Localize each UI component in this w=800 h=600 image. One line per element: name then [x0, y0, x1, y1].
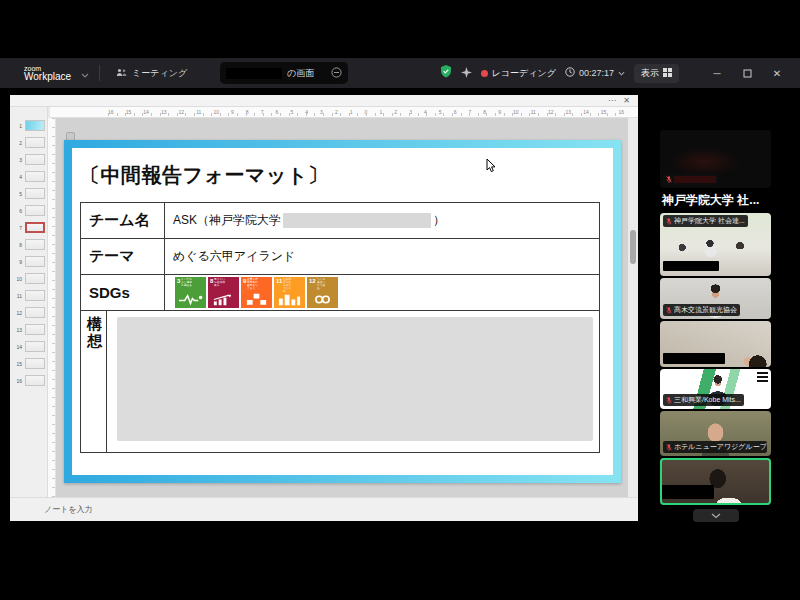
security-shield-icon[interactable] [440, 64, 452, 82]
slide-thumbnail[interactable]: 5 [10, 185, 47, 202]
redacted-share-name [226, 68, 282, 79]
slide-thumbnail-image[interactable] [25, 273, 45, 284]
minimize-button[interactable]: ─ [702, 58, 732, 88]
ruler-number: 6 [276, 109, 279, 115]
slide-thumbnail[interactable]: 4 [10, 168, 47, 185]
sdg-glyph-icon [211, 293, 236, 306]
tab-meeting[interactable]: ミーティング [110, 64, 193, 83]
slide-thumbnail-image[interactable] [25, 358, 45, 369]
participant-name-tag: 高木交流景観光協会 [663, 304, 740, 316]
slide-number: 8 [13, 242, 22, 248]
ruler-number: 9 [498, 109, 501, 115]
recording-dot-icon [481, 70, 488, 77]
participant-tile[interactable] [660, 130, 771, 188]
participant-tile[interactable]: 神戸学院大学 社会連... [660, 213, 771, 276]
slide-thumbnail-image[interactable] [25, 171, 45, 182]
tab-meeting-label: ミーティング [132, 67, 187, 80]
slide-thumbnail-image[interactable] [25, 290, 45, 301]
ruler-number: 14 [143, 109, 149, 115]
slide-canvas[interactable]: 〔中間報告フォーマット〕 チーム名 ASK（神戸学院大学 ） テーマ [56, 118, 628, 497]
row-header: SDGs [81, 275, 165, 310]
slide-number: 14 [13, 344, 22, 350]
slide-thumbnail-image[interactable] [25, 222, 45, 233]
ruler-number: 13 [566, 109, 572, 115]
slide-number: 15 [13, 361, 22, 367]
slide-thumbnail-image[interactable] [25, 188, 45, 199]
chevron-down-icon [711, 513, 721, 519]
slide-thumbnail-image[interactable] [25, 307, 45, 318]
ppt-topbar: ⋯ ✕ [10, 95, 638, 107]
participant-tile[interactable]: 三和興業/Kobe Mits... [660, 369, 771, 409]
sdg-glyph-icon [310, 293, 335, 306]
slide-thumbnail[interactable]: 9 [10, 253, 47, 270]
row-header: テーマ [81, 239, 165, 274]
sdg-title: つくる責任つかう責任 [317, 278, 327, 289]
ruler-number: 9 [231, 109, 234, 115]
scrollbar-thumb[interactable] [630, 230, 636, 264]
participant-tile[interactable]: 高木交流景観光協会 [660, 278, 771, 319]
slide-thumbnail[interactable]: 7 [10, 219, 47, 236]
slide-thumbnail[interactable]: 3 [10, 151, 47, 168]
participant-name: 高木交流景観光協会 [674, 305, 737, 315]
slide-thumbnail[interactable]: 1 [10, 117, 47, 134]
close-button[interactable]: ✕ [762, 58, 792, 88]
slide-thumbnail-image[interactable] [25, 205, 45, 216]
sdg-glyph-icon [244, 293, 269, 306]
slide-thumbnail[interactable]: 15 [10, 355, 47, 372]
sdg-icon-row: 3すべての人に健康と福祉を8働きがいも経済成長も9産業と技術革新の基盤をつくろう… [173, 277, 338, 308]
view-button[interactable]: 表示 [634, 64, 679, 83]
slide-thumbnail[interactable]: 8 [10, 236, 47, 253]
ruler-number: 14 [583, 109, 589, 115]
slide-thumbnail-image[interactable] [25, 341, 45, 352]
ruler-number: 7 [469, 109, 472, 115]
redacted-name-bar [663, 261, 719, 271]
chevron-down-icon[interactable] [81, 64, 89, 82]
meeting-timer[interactable]: 00:27:17 [565, 67, 625, 79]
sdg-title: すべての人に健康と福祉を [181, 278, 192, 287]
canvas-scrollbar[interactable] [628, 118, 638, 497]
ruler-number: 1 [350, 109, 353, 115]
close-pane-icon[interactable]: ✕ [623, 96, 630, 105]
muted-mic-icon [666, 396, 672, 405]
participant-tile[interactable] [660, 321, 771, 367]
slide-thumbnail-image[interactable] [25, 120, 45, 131]
sdg-glyph-icon [178, 293, 203, 306]
slide-thumbnail-image[interactable] [25, 256, 45, 267]
tab-menu-icon[interactable] [331, 64, 342, 82]
notes-bar[interactable]: ノートを入力 [10, 497, 638, 521]
grid-view-icon [663, 68, 672, 79]
slide-thumbnail-image[interactable] [25, 137, 45, 148]
participant-tile[interactable]: ホテルニューアワジグループ [660, 411, 771, 456]
tab-shared-screen[interactable]: の画面 [220, 62, 348, 84]
slide-thumbnail[interactable]: 12 [10, 304, 47, 321]
slide-thumbnail-panel: 12345678910111213141516 [10, 107, 48, 497]
more-participants-button[interactable] [693, 509, 739, 522]
slide-number: 11 [13, 293, 22, 299]
ruler-number: 0 [365, 109, 368, 115]
more-icon[interactable]: ⋯ [608, 96, 616, 105]
recording-indicator[interactable]: レコーディング [481, 67, 556, 80]
ruler-number: 15 [601, 109, 607, 115]
powerpoint-window: ⋯ ✕ 12345678910111213141516 161514131211… [10, 95, 638, 521]
slide-number: 12 [13, 310, 22, 316]
slide-thumbnail-image[interactable] [25, 154, 45, 165]
ruler-number: 15 [126, 109, 132, 115]
divider [99, 65, 100, 81]
sdg-glyph-icon [277, 293, 302, 306]
horizontal-ruler: 1615141312111098765432101234567891011121… [50, 107, 638, 118]
participant-tile[interactable] [660, 458, 771, 505]
slide[interactable]: 〔中間報告フォーマット〕 チーム名 ASK（神戸学院大学 ） テーマ [64, 140, 621, 483]
slide-thumbnail-image[interactable] [25, 375, 45, 386]
slide-thumbnail-image[interactable] [25, 324, 45, 335]
slide-thumbnail[interactable]: 13 [10, 321, 47, 338]
slide-thumbnail[interactable]: 2 [10, 134, 47, 151]
slide-thumbnail[interactable]: 11 [10, 287, 47, 304]
slide-thumbnail[interactable]: 6 [10, 202, 47, 219]
slide-thumbnail[interactable]: 14 [10, 338, 47, 355]
ai-companion-icon[interactable] [461, 64, 472, 82]
slide-thumbnail[interactable]: 16 [10, 372, 47, 389]
slide-thumbnail-image[interactable] [25, 239, 45, 250]
chevron-down-icon [618, 71, 625, 76]
slide-thumbnail[interactable]: 10 [10, 270, 47, 287]
maximize-button[interactable] [732, 58, 762, 88]
